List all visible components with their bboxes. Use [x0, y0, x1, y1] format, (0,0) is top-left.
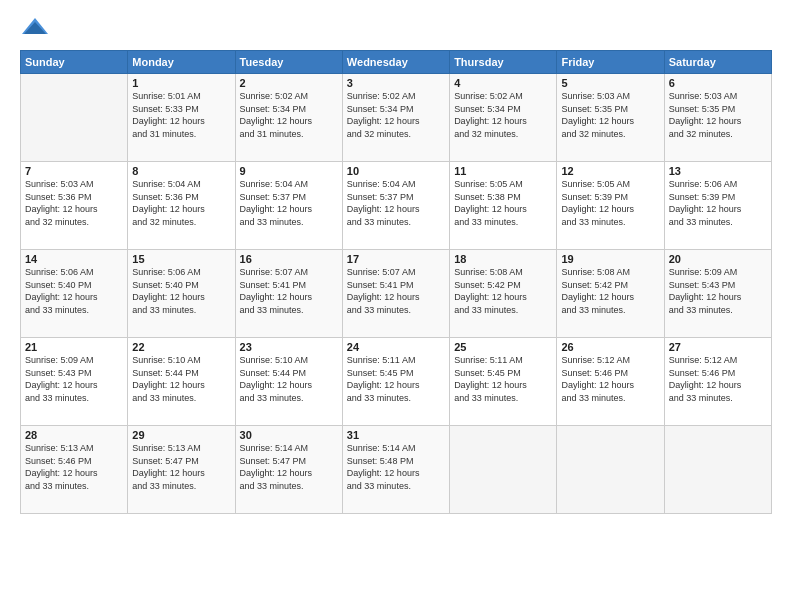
day-number: 28 — [25, 429, 123, 441]
col-thursday: Thursday — [450, 51, 557, 74]
calendar-cell: 16Sunrise: 5:07 AM Sunset: 5:41 PM Dayli… — [235, 250, 342, 338]
calendar-cell: 27Sunrise: 5:12 AM Sunset: 5:46 PM Dayli… — [664, 338, 771, 426]
day-number: 11 — [454, 165, 552, 177]
week-row-0: 1Sunrise: 5:01 AM Sunset: 5:33 PM Daylig… — [21, 74, 772, 162]
day-number: 4 — [454, 77, 552, 89]
day-info: Sunrise: 5:11 AM Sunset: 5:45 PM Dayligh… — [454, 354, 552, 404]
day-number: 13 — [669, 165, 767, 177]
calendar-cell: 24Sunrise: 5:11 AM Sunset: 5:45 PM Dayli… — [342, 338, 449, 426]
day-info: Sunrise: 5:01 AM Sunset: 5:33 PM Dayligh… — [132, 90, 230, 140]
day-info: Sunrise: 5:13 AM Sunset: 5:46 PM Dayligh… — [25, 442, 123, 492]
calendar-cell: 18Sunrise: 5:08 AM Sunset: 5:42 PM Dayli… — [450, 250, 557, 338]
col-monday: Monday — [128, 51, 235, 74]
calendar-cell: 17Sunrise: 5:07 AM Sunset: 5:41 PM Dayli… — [342, 250, 449, 338]
day-info: Sunrise: 5:14 AM Sunset: 5:48 PM Dayligh… — [347, 442, 445, 492]
calendar-cell: 22Sunrise: 5:10 AM Sunset: 5:44 PM Dayli… — [128, 338, 235, 426]
calendar-table: Sunday Monday Tuesday Wednesday Thursday… — [20, 50, 772, 514]
col-wednesday: Wednesday — [342, 51, 449, 74]
day-number: 6 — [669, 77, 767, 89]
calendar-cell: 12Sunrise: 5:05 AM Sunset: 5:39 PM Dayli… — [557, 162, 664, 250]
logo — [20, 16, 54, 40]
calendar-cell: 19Sunrise: 5:08 AM Sunset: 5:42 PM Dayli… — [557, 250, 664, 338]
calendar-cell — [664, 426, 771, 514]
day-number: 1 — [132, 77, 230, 89]
day-number: 5 — [561, 77, 659, 89]
day-info: Sunrise: 5:13 AM Sunset: 5:47 PM Dayligh… — [132, 442, 230, 492]
calendar-cell: 4Sunrise: 5:02 AM Sunset: 5:34 PM Daylig… — [450, 74, 557, 162]
day-info: Sunrise: 5:04 AM Sunset: 5:37 PM Dayligh… — [240, 178, 338, 228]
calendar-cell: 11Sunrise: 5:05 AM Sunset: 5:38 PM Dayli… — [450, 162, 557, 250]
day-info: Sunrise: 5:08 AM Sunset: 5:42 PM Dayligh… — [454, 266, 552, 316]
day-number: 14 — [25, 253, 123, 265]
day-info: Sunrise: 5:10 AM Sunset: 5:44 PM Dayligh… — [240, 354, 338, 404]
calendar-header: Sunday Monday Tuesday Wednesday Thursday… — [21, 51, 772, 74]
day-number: 23 — [240, 341, 338, 353]
day-number: 3 — [347, 77, 445, 89]
day-number: 22 — [132, 341, 230, 353]
day-number: 29 — [132, 429, 230, 441]
day-info: Sunrise: 5:04 AM Sunset: 5:37 PM Dayligh… — [347, 178, 445, 228]
day-number: 16 — [240, 253, 338, 265]
calendar-cell: 23Sunrise: 5:10 AM Sunset: 5:44 PM Dayli… — [235, 338, 342, 426]
day-info: Sunrise: 5:03 AM Sunset: 5:36 PM Dayligh… — [25, 178, 123, 228]
calendar-cell: 26Sunrise: 5:12 AM Sunset: 5:46 PM Dayli… — [557, 338, 664, 426]
day-number: 17 — [347, 253, 445, 265]
calendar-cell: 1Sunrise: 5:01 AM Sunset: 5:33 PM Daylig… — [128, 74, 235, 162]
calendar-cell: 28Sunrise: 5:13 AM Sunset: 5:46 PM Dayli… — [21, 426, 128, 514]
calendar-cell: 5Sunrise: 5:03 AM Sunset: 5:35 PM Daylig… — [557, 74, 664, 162]
day-number: 15 — [132, 253, 230, 265]
day-info: Sunrise: 5:09 AM Sunset: 5:43 PM Dayligh… — [25, 354, 123, 404]
day-number: 2 — [240, 77, 338, 89]
calendar-cell: 7Sunrise: 5:03 AM Sunset: 5:36 PM Daylig… — [21, 162, 128, 250]
day-number: 8 — [132, 165, 230, 177]
calendar-cell: 6Sunrise: 5:03 AM Sunset: 5:35 PM Daylig… — [664, 74, 771, 162]
col-sunday: Sunday — [21, 51, 128, 74]
calendar-cell: 14Sunrise: 5:06 AM Sunset: 5:40 PM Dayli… — [21, 250, 128, 338]
day-number: 24 — [347, 341, 445, 353]
header — [20, 16, 772, 40]
calendar-cell — [450, 426, 557, 514]
calendar-cell — [557, 426, 664, 514]
calendar-cell: 31Sunrise: 5:14 AM Sunset: 5:48 PM Dayli… — [342, 426, 449, 514]
day-number: 20 — [669, 253, 767, 265]
col-tuesday: Tuesday — [235, 51, 342, 74]
calendar-cell: 3Sunrise: 5:02 AM Sunset: 5:34 PM Daylig… — [342, 74, 449, 162]
day-info: Sunrise: 5:07 AM Sunset: 5:41 PM Dayligh… — [347, 266, 445, 316]
day-number: 21 — [25, 341, 123, 353]
day-info: Sunrise: 5:05 AM Sunset: 5:39 PM Dayligh… — [561, 178, 659, 228]
day-info: Sunrise: 5:11 AM Sunset: 5:45 PM Dayligh… — [347, 354, 445, 404]
page: Sunday Monday Tuesday Wednesday Thursday… — [0, 0, 792, 612]
day-number: 18 — [454, 253, 552, 265]
day-info: Sunrise: 5:09 AM Sunset: 5:43 PM Dayligh… — [669, 266, 767, 316]
day-number: 30 — [240, 429, 338, 441]
day-info: Sunrise: 5:12 AM Sunset: 5:46 PM Dayligh… — [669, 354, 767, 404]
calendar-cell: 20Sunrise: 5:09 AM Sunset: 5:43 PM Dayli… — [664, 250, 771, 338]
week-row-3: 21Sunrise: 5:09 AM Sunset: 5:43 PM Dayli… — [21, 338, 772, 426]
day-number: 31 — [347, 429, 445, 441]
day-number: 25 — [454, 341, 552, 353]
logo-icon — [20, 16, 50, 40]
calendar-cell: 21Sunrise: 5:09 AM Sunset: 5:43 PM Dayli… — [21, 338, 128, 426]
day-number: 9 — [240, 165, 338, 177]
day-number: 27 — [669, 341, 767, 353]
day-number: 12 — [561, 165, 659, 177]
day-info: Sunrise: 5:02 AM Sunset: 5:34 PM Dayligh… — [454, 90, 552, 140]
day-number: 26 — [561, 341, 659, 353]
day-number: 10 — [347, 165, 445, 177]
day-info: Sunrise: 5:08 AM Sunset: 5:42 PM Dayligh… — [561, 266, 659, 316]
calendar-cell: 10Sunrise: 5:04 AM Sunset: 5:37 PM Dayli… — [342, 162, 449, 250]
calendar-cell: 2Sunrise: 5:02 AM Sunset: 5:34 PM Daylig… — [235, 74, 342, 162]
day-info: Sunrise: 5:10 AM Sunset: 5:44 PM Dayligh… — [132, 354, 230, 404]
day-number: 19 — [561, 253, 659, 265]
day-info: Sunrise: 5:02 AM Sunset: 5:34 PM Dayligh… — [240, 90, 338, 140]
day-info: Sunrise: 5:03 AM Sunset: 5:35 PM Dayligh… — [561, 90, 659, 140]
calendar-cell: 9Sunrise: 5:04 AM Sunset: 5:37 PM Daylig… — [235, 162, 342, 250]
calendar-body: 1Sunrise: 5:01 AM Sunset: 5:33 PM Daylig… — [21, 74, 772, 514]
day-info: Sunrise: 5:12 AM Sunset: 5:46 PM Dayligh… — [561, 354, 659, 404]
calendar-cell: 25Sunrise: 5:11 AM Sunset: 5:45 PM Dayli… — [450, 338, 557, 426]
calendar-cell — [21, 74, 128, 162]
day-info: Sunrise: 5:14 AM Sunset: 5:47 PM Dayligh… — [240, 442, 338, 492]
day-info: Sunrise: 5:03 AM Sunset: 5:35 PM Dayligh… — [669, 90, 767, 140]
day-info: Sunrise: 5:02 AM Sunset: 5:34 PM Dayligh… — [347, 90, 445, 140]
col-friday: Friday — [557, 51, 664, 74]
